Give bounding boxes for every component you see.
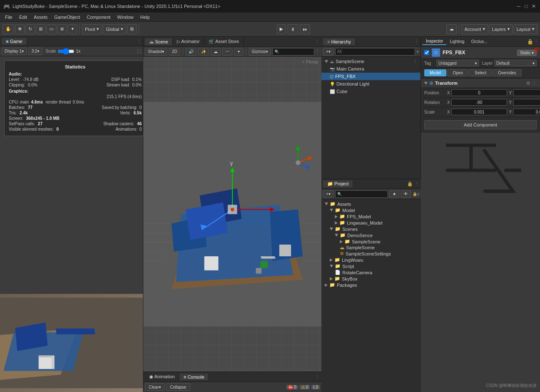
2d-btn[interactable]: 2D	[169, 48, 180, 56]
tab-animation[interactable]: ◉ Animation	[145, 373, 179, 380]
hierarchy-fps-fbx[interactable]: ⬡ FPS_FBX	[321, 73, 420, 80]
project-sample-scene-file[interactable]: ⛰ SampleScene	[323, 245, 419, 250]
tab-animator[interactable]: ▷ Animator	[173, 38, 204, 45]
active-toggle[interactable]	[424, 50, 429, 55]
add-component-button[interactable]: Add Component	[424, 120, 537, 129]
move-tool[interactable]: ✥	[15, 24, 25, 34]
model-tab-btn[interactable]: Model	[424, 69, 446, 76]
transform-settings-icon[interactable]: ⚙	[526, 81, 530, 86]
project-lingwuwu-folder[interactable]: 📁 LingWuwu	[323, 257, 419, 263]
maximize-icon[interactable]: ⛶	[138, 49, 141, 53]
account-dropdown[interactable]: Account ▾	[461, 24, 488, 34]
collab-button[interactable]: ☁	[446, 24, 457, 34]
preview-btn[interactable]: 👁	[401, 190, 411, 198]
pause-button[interactable]: ⏸	[288, 24, 298, 34]
rotation-y-input[interactable]	[513, 99, 540, 106]
menu-assets[interactable]: Assets	[31, 14, 51, 20]
transform-more-icon[interactable]: ⋮	[532, 81, 537, 86]
hierarchy-main-camera[interactable]: 📷 Main Camera	[321, 65, 420, 73]
clear-dropdown[interactable]: Clear ▾	[145, 383, 165, 391]
layer-dropdown[interactable]: Default ▾	[494, 60, 537, 66]
project-packages-folder[interactable]: 📁 Packages	[323, 282, 419, 288]
tab-asset-store[interactable]: 🛒 Asset Store	[204, 38, 244, 45]
game-panel-more[interactable]: ⋮	[137, 39, 141, 44]
hand-tool[interactable]: ✋	[3, 24, 14, 34]
rotation-x-input[interactable]	[451, 99, 507, 106]
collapse-btn[interactable]: Collapse	[166, 383, 190, 391]
more-icon[interactable]: ⋮	[315, 48, 320, 56]
custom-tool[interactable]: ✦	[68, 24, 77, 34]
lock-icon[interactable]: 🔒	[407, 181, 413, 187]
tab-console[interactable]: ≡ Console	[179, 374, 209, 380]
scale-slider[interactable]	[58, 49, 74, 54]
rect-tool[interactable]: ▭	[46, 24, 56, 34]
project-script-folder[interactable]: 📁 Script	[323, 263, 419, 269]
position-x-input[interactable]	[451, 89, 507, 96]
ratio-dropdown[interactable]: 3:2 ▾	[28, 48, 42, 55]
shading-dropdown[interactable]: Shaded ▾	[145, 48, 167, 56]
fog-btn[interactable]: 〰	[222, 48, 232, 56]
project-skybox-folder[interactable]: 📁 SkyBox	[323, 276, 419, 282]
static-button[interactable]: Static ▾	[517, 50, 537, 56]
particle-btn[interactable]: ✦	[234, 48, 243, 56]
project-model-folder[interactable]: 📁 Model	[323, 207, 419, 213]
scene-3d-viewport[interactable]: y < Persp	[143, 57, 321, 372]
overrides-tab-btn[interactable]: Overrides	[493, 69, 522, 76]
project-lingwuwu-model[interactable]: 📁 Lingwuwu_Model	[323, 220, 419, 226]
tab-inspector[interactable]: Inspector	[423, 38, 446, 45]
hierarchy-search[interactable]	[335, 48, 415, 56]
project-sample-scene-settings[interactable]: ⚙ SampleSceneSettings	[323, 250, 419, 257]
gizmos-btn[interactable]: Gizmos ▾	[249, 48, 271, 56]
hierarchy-sample-scene[interactable]: ⛰ SampleScene ⋮	[321, 58, 420, 65]
tab-lighting[interactable]: Lighting	[446, 38, 468, 45]
project-rotate-camera[interactable]: 📄 RotateCamera	[323, 269, 419, 276]
menu-window[interactable]: Window	[114, 14, 137, 20]
scene-search-field[interactable]: 🔍	[273, 48, 314, 56]
step-button[interactable]: ⏭	[300, 24, 310, 34]
scale-tool[interactable]: ⊞	[36, 24, 46, 34]
project-assets-folder[interactable]: 📁 Assets	[323, 201, 419, 207]
audio-btn[interactable]: 🔊	[186, 48, 196, 56]
scale-y-input[interactable]	[513, 109, 540, 115]
display-dropdown[interactable]: Display 1 ▾	[2, 48, 27, 55]
layout-dropdown[interactable]: Layout ▾	[514, 24, 537, 34]
project-more-icon[interactable]: 🔒 ⋮	[407, 181, 419, 187]
menu-component[interactable]: Component	[83, 14, 114, 20]
project-search[interactable]: 🔍	[335, 190, 388, 198]
minimize-button[interactable]: ─	[516, 3, 522, 9]
project-scenes-folder[interactable]: 📁 Scenes	[323, 226, 419, 232]
hierarchy-more-icon[interactable]: ⋮	[414, 39, 419, 44]
grid-btn[interactable]: ⊞	[127, 24, 137, 34]
layers-dropdown[interactable]: Layers ▾	[489, 24, 513, 34]
hierarchy-directional-light[interactable]: 💡 Directional Light	[321, 80, 420, 88]
tab-project[interactable]: 📁 Project	[323, 180, 353, 187]
pivot-dropdown[interactable]: Pivot ▾	[82, 24, 102, 34]
dots-icon[interactable]: ⋮	[415, 181, 419, 187]
scene-panel-more[interactable]: ⋮	[315, 39, 320, 44]
open-tab-btn[interactable]: Open	[447, 69, 468, 76]
menu-gameobject[interactable]: GameObject	[51, 14, 84, 20]
sky-btn[interactable]: ☁	[211, 48, 221, 56]
transform-header[interactable]: ⊕ Transform ⚙ ⋮	[421, 78, 540, 88]
rotate-tool[interactable]: ↻	[25, 24, 35, 34]
tab-occlusion[interactable]: Occlus...	[468, 38, 491, 45]
menu-edit[interactable]: Edit	[16, 14, 31, 20]
object-name[interactable]: FPS_FBX	[443, 50, 515, 56]
inspector-more-icon[interactable]: ⋮	[534, 39, 538, 45]
menu-file[interactable]: File	[2, 14, 16, 20]
console-more-icon[interactable]: ⋮	[315, 374, 320, 379]
play-button[interactable]: ▶	[277, 24, 286, 34]
transform-tool[interactable]: ⊕	[57, 24, 67, 34]
select-tab-btn[interactable]: Select	[469, 69, 492, 76]
add-project-btn[interactable]: +▾	[323, 190, 334, 198]
tab-scene[interactable]: ⛰ Scene	[145, 38, 173, 45]
menu-help[interactable]: Help	[137, 14, 153, 20]
favorites-btn[interactable]: ★	[390, 190, 399, 198]
global-dropdown[interactable]: Global ▾	[103, 24, 126, 34]
add-hierarchy-btn[interactable]: +▾	[323, 48, 334, 56]
position-y-input[interactable]	[513, 89, 540, 96]
project-demo-sence[interactable]: 📁 DemoSence	[323, 232, 419, 238]
tab-game[interactable]: ■ Game	[2, 38, 27, 45]
project-fps-model[interactable]: 📁 FPS_Model	[323, 213, 419, 220]
tab-hierarchy[interactable]: ≡ Hierarchy	[323, 38, 356, 45]
